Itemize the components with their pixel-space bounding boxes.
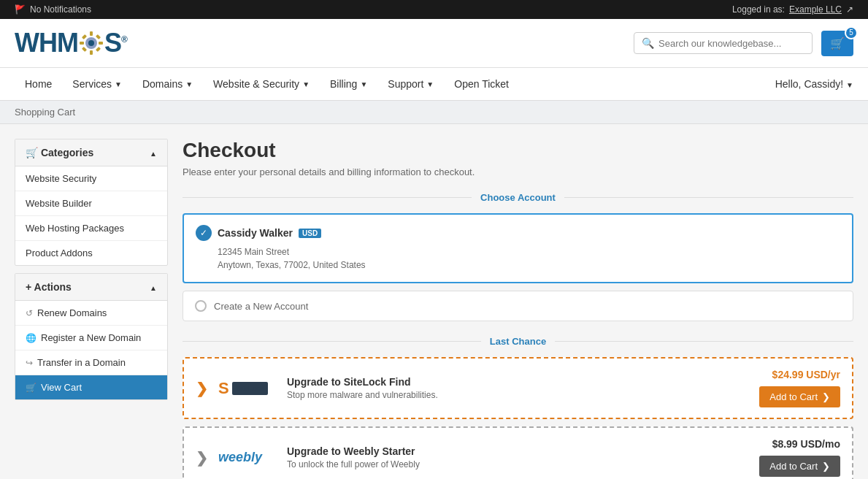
nav-item-website-security[interactable]: Website & Security (203, 68, 320, 100)
nav-item-domains[interactable]: Domains (132, 68, 203, 100)
nav-item-services[interactable]: Services (62, 68, 132, 100)
services-dropdown-icon (115, 80, 122, 88)
main-nav: Home Services Domains Website & Security… (0, 68, 868, 101)
new-account-radio[interactable] (195, 300, 207, 312)
flag-icon: 🚩 (15, 4, 26, 15)
sidebar-product-addons-label: Product Addons (26, 248, 93, 258)
weebly-title: Upgrade to Weebly Starter (287, 445, 728, 457)
sidebar-website-security-label: Website Security (26, 173, 96, 184)
sitelock-arrow-icon: ❯ (196, 380, 208, 397)
account-address: 12345 Main Street Anytown, Texas, 77002,… (218, 245, 840, 272)
weebly-arrow-icon: ❯ (196, 449, 208, 467)
logo-reg: ® (121, 34, 127, 45)
sitelock-s-icon: S (218, 379, 229, 398)
external-link-icon: ↗ (846, 4, 853, 15)
sidebar-website-builder-label: Website Builder (26, 198, 92, 209)
weebly-btn-label: Add to Cart (769, 461, 818, 472)
categories-section: 🛒 Categories Website Security Website Bu… (15, 139, 168, 266)
weebly-add-to-cart-button[interactable]: Add to Cart ❯ (759, 456, 840, 477)
svg-rect-5 (99, 42, 103, 45)
nav-support-label: Support (388, 78, 423, 90)
search-box[interactable]: 🔍 (634, 32, 813, 54)
address-line2: Anytown, Texas, 77002, United States (218, 258, 840, 272)
weebly-info: Upgrade to Weebly Starter To unlock the … (287, 445, 728, 470)
checkout-title: Checkout (183, 139, 853, 162)
svg-rect-7 (96, 34, 101, 39)
nav-user[interactable]: Hello, Cassidy! (775, 68, 853, 100)
nav-billing-label: Billing (330, 78, 357, 90)
checkout-main: Checkout Please enter your personal deta… (183, 139, 853, 479)
breadcrumb: Shopping Cart (0, 101, 868, 124)
sidebar-item-website-builder[interactable]: Website Builder (15, 191, 167, 216)
logo-text-cs: S® (104, 28, 127, 58)
search-input[interactable] (658, 38, 804, 49)
sidebar-renew-label: Renew Domains (37, 307, 107, 318)
weebly-logo: weebly (218, 450, 277, 465)
svg-rect-2 (90, 31, 93, 36)
notifications-area: 🚩 No Notifications (15, 4, 91, 15)
sitelock-upsell-card: ❯ S SiteLock Upgrade to SiteLock Find St… (183, 357, 853, 419)
breadcrumb-text: Shopping Cart (15, 107, 75, 118)
nav-website-security-label: Website & Security (213, 78, 299, 90)
sidebar-item-website-security[interactable]: Website Security (15, 166, 167, 191)
existing-account-card[interactable]: ✓ Cassidy Walker USD 12345 Main Street A… (183, 213, 853, 283)
svg-rect-6 (82, 34, 87, 39)
sitelock-add-to-cart-button[interactable]: Add to Cart ❯ (759, 386, 840, 407)
sidebar-action-renew-domains[interactable]: ↺ Renew Domains (15, 301, 167, 326)
sitelock-text: SiteLock (237, 385, 264, 392)
website-security-dropdown-icon (302, 80, 310, 88)
sitelock-logo: S SiteLock (218, 379, 277, 398)
categories-collapse-icon (150, 147, 157, 158)
domains-dropdown-icon (185, 80, 193, 88)
user-dropdown-icon (846, 78, 853, 90)
sidebar-view-cart-label: View Cart (41, 382, 82, 393)
svg-rect-9 (96, 47, 101, 52)
usd-badge: USD (299, 229, 321, 238)
categories-header[interactable]: 🛒 Categories (15, 139, 167, 166)
cart-badge: 5 (845, 26, 858, 39)
billing-dropdown-icon (360, 80, 367, 88)
register-domain-icon: 🌐 (26, 333, 37, 343)
svg-rect-8 (82, 47, 87, 52)
sitelock-price-action: $24.99 USD/yr Add to Cart ❯ (738, 369, 840, 407)
sitelock-brand: SiteLock (232, 382, 269, 395)
sidebar-action-register-domain[interactable]: 🌐 Register a New Domain (15, 326, 167, 350)
sidebar-web-hosting-label: Web Hosting Packages (26, 223, 124, 234)
header-right: 🔍 🛒 5 (634, 31, 853, 56)
sidebar-item-web-hosting[interactable]: Web Hosting Packages (15, 216, 167, 241)
account-check-icon: ✓ (196, 225, 212, 241)
logo[interactable]: WHM S® (15, 28, 127, 58)
weebly-price: $8.99 USD/mo (772, 438, 840, 450)
logged-in-label: Logged in as: (732, 4, 785, 15)
nav-user-label: Hello, Cassidy! (775, 78, 843, 90)
sidebar-item-product-addons[interactable]: Product Addons (15, 241, 167, 265)
account-link[interactable]: Example LLC (789, 4, 842, 15)
sidebar-transfer-label: Transfer in a Domain (37, 357, 126, 368)
account-card-header: ✓ Cassidy Walker USD (196, 225, 840, 241)
nav-item-billing[interactable]: Billing (320, 68, 377, 100)
actions-header[interactable]: + Actions (15, 274, 167, 301)
weebly-upsell-card: ❯ weebly Upgrade to Weebly Starter To un… (183, 426, 853, 479)
weebly-price-action: $8.99 USD/mo Add to Cart ❯ (738, 438, 840, 477)
user-area: Logged in as: Example LLC ↗ (732, 4, 853, 15)
sitelock-btn-arrow: ❯ (822, 391, 830, 402)
weebly-btn-arrow: ❯ (822, 461, 830, 472)
sidebar-action-transfer-domain[interactable]: ↪ Transfer in a Domain (15, 350, 167, 375)
account-name: Cassidy Walker (218, 227, 293, 239)
address-line1: 12345 Main Street (218, 245, 840, 258)
new-account-card[interactable]: Create a New Account (183, 291, 853, 321)
nav-item-support[interactable]: Support (377, 68, 444, 100)
actions-section: + Actions ↺ Renew Domains 🌐 Register a N… (15, 273, 168, 400)
transfer-icon: ↪ (26, 358, 33, 368)
sidebar-action-view-cart[interactable]: 🛒 View Cart (15, 375, 167, 399)
weebly-text: weebly (218, 450, 262, 465)
checkout-subtitle: Please enter your personal details and b… (183, 166, 853, 177)
cart-button[interactable]: 🛒 5 (821, 31, 853, 56)
notifications-text: No Notifications (30, 4, 91, 15)
sidebar-register-label: Register a New Domain (41, 332, 141, 343)
nav-services-label: Services (72, 78, 112, 90)
search-icon: 🔍 (642, 37, 654, 49)
nav-item-home[interactable]: Home (15, 68, 62, 100)
nav-item-open-ticket[interactable]: Open Ticket (444, 68, 519, 100)
sitelock-price: $24.99 USD/yr (772, 369, 840, 380)
